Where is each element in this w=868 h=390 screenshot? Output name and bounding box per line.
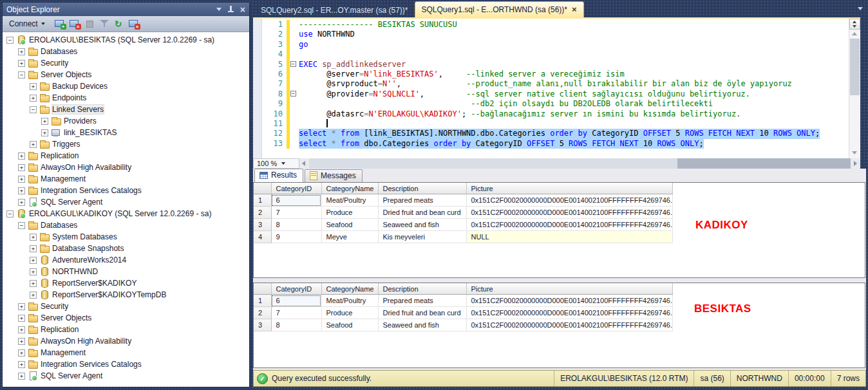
cell-categoryname[interactable]: Seafood [321, 319, 378, 331]
tree-item-system-databases[interactable]: +System Databases [3, 231, 249, 243]
cell-categoryid[interactable]: 8 [271, 319, 321, 331]
results-tab-messages[interactable]: Messages [305, 169, 363, 182]
editor-code-area[interactable]: 1---------------- BESIKTAS SUNUCUSU2use … [262, 20, 849, 149]
code-line[interactable]: 5−EXEC sp_addlinkedserver [262, 60, 849, 70]
column-header-description[interactable]: Description [378, 283, 466, 295]
tree-item-northwnd[interactable]: +NORTHWND [3, 266, 249, 277]
code-line[interactable]: 4 [262, 50, 849, 59]
code-line[interactable]: 6 @server=N'link_BESIKTAS', --linked ser… [262, 70, 849, 79]
expander-icon[interactable]: + [18, 326, 25, 333]
tree-item-reportserver-kadikoytempdb[interactable]: +ReportServer$KADIKOYTempDB [3, 289, 249, 301]
expander-icon[interactable]: + [30, 234, 37, 241]
tree-item-databases[interactable]: +Databases [3, 46, 249, 57]
tree-item-management[interactable]: +Management [3, 173, 249, 185]
row-header[interactable]: 2 [254, 207, 271, 219]
tree-item-database-snapshots[interactable]: +Database Snapshots [3, 243, 249, 254]
refresh-icon[interactable] [113, 18, 126, 30]
tree-item-management[interactable]: +Management [3, 347, 249, 358]
cell-picture[interactable]: 0x151C2F00020000000D000E0014002100FFFFFF… [466, 207, 672, 219]
collapse-icon[interactable]: − [290, 61, 296, 67]
results-tab-results[interactable]: Results [254, 169, 303, 182]
expander-icon[interactable]: − [30, 106, 37, 113]
filter-icon[interactable] [99, 18, 111, 30]
cell-description[interactable]: Seaweed and fish [378, 319, 466, 331]
cell-categoryid[interactable]: 6 [271, 194, 321, 207]
tree-item-databases[interactable]: −Databases [3, 219, 249, 231]
tree-item-erolakgul-besiktas-sql-server-12-0-2269-sa[interactable]: −EROLAKGUL\BESIKTAS (SQL Server 12.0.226… [3, 34, 249, 46]
tree-item-triggers[interactable]: +Triggers [3, 138, 249, 150]
expander-icon[interactable]: + [30, 292, 37, 299]
tree-item-adventureworks2014[interactable]: +AdventureWorks2014 [3, 254, 249, 266]
tree-item-server-objects[interactable]: −Server Objects [3, 69, 249, 80]
close-tab-icon[interactable]: × [572, 6, 577, 13]
tab-sqlquery2-sql[interactable]: SQLQuery2.sql - ER...OY.master (sa (57))… [254, 3, 415, 17]
column-header-categoryname[interactable]: CategoryName [321, 283, 378, 295]
code-line[interactable]: 8− @provider=N'SQLNCLI', --sql server na… [262, 89, 849, 99]
pin-icon[interactable] [228, 6, 234, 14]
column-header-categoryid[interactable]: CategoryID [271, 183, 321, 194]
zoom-select[interactable]: 100 % [253, 158, 299, 169]
connect-button[interactable]: Connect [5, 18, 49, 30]
split-window-button[interactable] [849, 19, 860, 30]
cell-categoryid[interactable]: 8 [271, 219, 321, 231]
row-header[interactable]: 2 [254, 307, 271, 319]
cell-picture[interactable]: 0x151C2F00020000000D000E0014002100FFFFFF… [466, 319, 672, 331]
expander-icon[interactable]: + [18, 373, 25, 380]
cell-picture[interactable]: NULL [466, 231, 672, 243]
cell-categoryid[interactable]: 7 [271, 307, 321, 319]
expander-icon[interactable]: − [18, 71, 25, 79]
code-line[interactable]: 9 --db2 için olsaydı bu DB2OLEDB olarak … [262, 99, 849, 109]
expander-icon[interactable]: − [18, 222, 25, 229]
expander-icon[interactable]: + [18, 164, 25, 171]
row-header[interactable]: 4 [254, 231, 271, 243]
cell-categoryname[interactable]: Seafood [321, 219, 378, 231]
editor-vertical-scrollbar[interactable] [849, 19, 860, 158]
expander-icon[interactable]: + [18, 187, 25, 194]
expander-icon[interactable]: + [18, 60, 25, 67]
scroll-left-icon[interactable] [299, 158, 309, 169]
collapse-icon[interactable]: − [290, 91, 296, 97]
cell-picture[interactable]: 0x151C2F00020000000D000E0014002100FFFFFF… [466, 295, 672, 307]
tree-item-sql-server-agent[interactable]: +SQL Server Agent [3, 196, 249, 208]
close-icon[interactable]: × [240, 6, 245, 14]
code-line[interactable]: 3go [262, 40, 849, 50]
cell-categoryname[interactable]: Produce [321, 207, 378, 219]
expander-icon[interactable]: + [30, 257, 37, 264]
expander-icon[interactable]: + [18, 48, 25, 55]
cell-categoryname[interactable]: Produce [321, 307, 378, 319]
stop-icon[interactable] [84, 18, 96, 30]
grid-corner-cell[interactable] [254, 183, 271, 194]
expander-icon[interactable]: − [6, 37, 14, 44]
tab-sqlquery1-sql[interactable]: SQLQuery1.sql - E...ORTHWND (sa (56))*× [415, 1, 584, 17]
code-line[interactable]: 2use NORTHWND [262, 30, 849, 39]
cell-description[interactable]: Dried fruit and bean curd [378, 207, 466, 219]
tree-item-integration-services-catalogs[interactable]: +Integration Services Catalogs [3, 185, 249, 196]
editor-horizontal-scrollbar[interactable] [309, 158, 851, 169]
tree-item-replication[interactable]: +Replication [3, 324, 249, 335]
scroll-up-icon[interactable] [849, 30, 860, 38]
expander-icon[interactable]: + [18, 349, 25, 357]
expander-icon[interactable]: + [30, 268, 37, 275]
cell-categoryid[interactable]: 9 [271, 231, 321, 243]
sql-editor[interactable]: 1---------------- BESIKTAS SUNUCUSU2use … [253, 19, 860, 158]
column-header-description[interactable]: Description [378, 183, 466, 194]
tree-item-link-besiktas[interactable]: +link_BESIKTAS [3, 127, 249, 138]
grid-corner-cell[interactable] [254, 283, 271, 295]
row-header[interactable]: 1 [254, 295, 271, 307]
cell-description[interactable]: Prepared meats [378, 194, 466, 207]
tree-item-erolakgul-kadikoy-sql-server-12-0-2269-sa[interactable]: −EROLAKGUL\KADIKOY (SQL Server 12.0.2269… [3, 208, 249, 219]
column-header-picture[interactable]: Picture [466, 183, 672, 194]
code-line[interactable]: 11 [262, 119, 849, 129]
cell-categoryid[interactable]: 6 [271, 295, 321, 307]
tree-item-alwayson-high-availability[interactable]: +AlwaysOn High Availability [3, 162, 249, 173]
row-header[interactable]: 3 [254, 319, 271, 331]
tree-item-integration-services-catalogs[interactable]: +Integration Services Catalogs [3, 358, 249, 370]
disconnect-all-icon[interactable] [128, 18, 140, 30]
expander-icon[interactable]: + [30, 280, 37, 287]
expander-icon[interactable]: + [41, 118, 48, 125]
row-header[interactable]: 1 [254, 194, 271, 207]
expander-icon[interactable]: + [18, 338, 25, 345]
cell-categoryname[interactable]: Meat/Poultry [321, 194, 378, 207]
cell-categoryname[interactable]: Meyve [321, 231, 378, 243]
tree-item-alwayson-high-availability[interactable]: +AlwaysOn High Availability [3, 335, 249, 347]
